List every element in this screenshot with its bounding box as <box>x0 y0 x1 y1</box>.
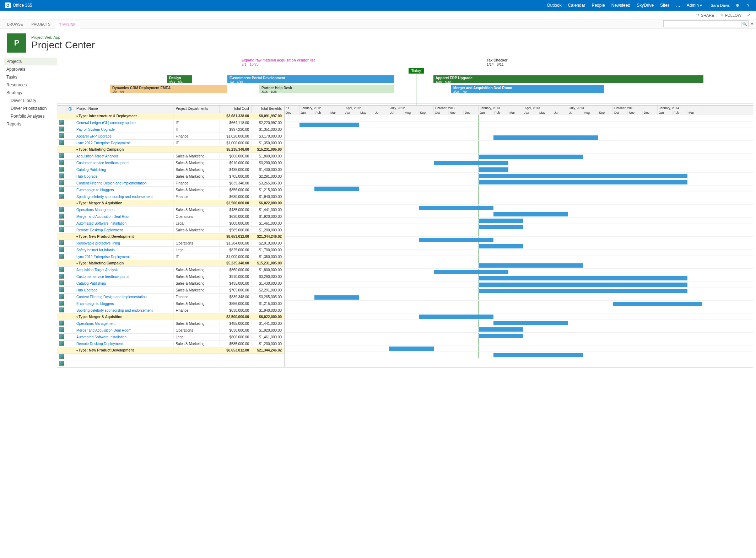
gantt-bar[interactable] <box>479 327 523 332</box>
table-row[interactable]: Merger and Acquisition Deal RoomOperatio… <box>57 213 284 220</box>
table-row[interactable]: Remote Desktop DeploymentSales & Marketi… <box>57 227 284 234</box>
table-row[interactable]: Operations ManagementSales & Marketing$4… <box>57 320 284 327</box>
ribbon-tab[interactable]: BROWSE <box>3 21 27 28</box>
table-row[interactable]: Sporting celebrity sponsorship and endor… <box>57 307 284 314</box>
gantt-bar[interactable] <box>479 180 687 184</box>
project-link[interactable]: Content Filtering Design and Implementat… <box>76 295 147 299</box>
gantt-bar[interactable] <box>493 135 598 140</box>
project-link[interactable]: Catalog Publishing <box>76 168 106 172</box>
col-total-cost[interactable]: Total Cost <box>220 106 252 113</box>
gantt-bar[interactable] <box>479 219 523 223</box>
gantt-bar[interactable] <box>493 321 568 325</box>
group-row[interactable]: Type: Merger & Aquisition$2,500,000.00$6… <box>57 200 284 206</box>
gantt-bar[interactable] <box>613 302 702 306</box>
table-row[interactable]: Acquisition Target AnalysisSales & Marke… <box>57 153 284 160</box>
gantt-bar[interactable] <box>314 187 359 191</box>
gantt-bar[interactable] <box>479 244 523 248</box>
gantt-bar[interactable] <box>479 276 687 280</box>
brand[interactable]: O Office 365 <box>5 2 32 8</box>
suite-nav-item[interactable]: Sites <box>660 3 670 8</box>
project-link[interactable]: Sporting celebrity sponsorship and endor… <box>76 308 153 312</box>
nav-item[interactable]: Driver Prioritization <box>4 104 57 112</box>
help-icon[interactable]: ? <box>745 2 751 8</box>
nav-item[interactable]: Approvals <box>4 65 57 73</box>
gantt-bar[interactable] <box>479 225 523 229</box>
project-link[interactable]: Catalog Publishing <box>76 281 106 285</box>
project-link[interactable]: Automated Software Installation <box>76 335 126 339</box>
table-row[interactable]: Catalog PublishingSales & Marketing$435,… <box>57 280 284 287</box>
gantt-bar[interactable] <box>419 238 493 242</box>
gantt-bar[interactable] <box>434 161 508 165</box>
table-row[interactable]: Catalog PublishingSales & Marketing$435,… <box>57 166 284 173</box>
breadcrumb[interactable]: Project Web App <box>31 35 95 39</box>
table-row[interactable]: Customer service feedback portalSales & … <box>57 160 284 166</box>
timeline-bar[interactable]: Merger and Acquisition Deal Room2/28 - 7… <box>451 85 604 93</box>
table-row[interactable]: General Ledger (GL) currency updateIT$66… <box>57 119 284 126</box>
share-button[interactable]: ↷ SHARE <box>696 13 714 17</box>
user-name[interactable]: Sara Davis <box>711 3 730 7</box>
suite-nav-item[interactable]: SkyDrive <box>637 3 654 8</box>
project-link[interactable]: Safety helmet for infants <box>76 248 115 252</box>
gantt-chart[interactable]: 11January, 2012April, 2012July, 2012Octo… <box>285 106 753 367</box>
project-link[interactable]: Lync 2012 Enterprise Deployment <box>76 141 130 145</box>
project-link[interactable]: Content Filtering Design and Implementat… <box>76 181 147 185</box>
project-link[interactable]: Remote Desktop Deployment <box>76 342 123 346</box>
search-input[interactable] <box>663 20 741 27</box>
nav-item[interactable]: Driver Library <box>4 97 57 104</box>
table-row[interactable]: Hub UpgradeSales & Marketing$705,000.00$… <box>57 287 284 294</box>
timeline-bar[interactable]: E-commerce Portal Development7/2 - 1/16 <box>227 75 394 83</box>
project-link[interactable]: Customer service feedback portal <box>76 161 129 165</box>
table-row[interactable]: Hub UpgradeSales & Marketing$705,000.00$… <box>57 173 284 180</box>
table-row[interactable]: Apparel ERP UpgradeFinance$1,020,000.00$… <box>57 133 284 140</box>
search-icon[interactable]: 🔍 <box>741 20 749 27</box>
project-link[interactable]: Merger and Acquisition Deal Room <box>76 215 131 219</box>
suite-nav-item[interactable]: Calendar <box>568 3 585 8</box>
gantt-bar[interactable] <box>479 263 583 268</box>
timeline-callout[interactable]: Expand raw material acquisition vendor l… <box>242 58 315 67</box>
nav-item[interactable]: Portfolio Analyses <box>4 112 57 120</box>
project-link[interactable]: E-campaign to bloggers <box>76 302 114 306</box>
gantt-bar[interactable] <box>419 315 493 319</box>
project-link[interactable]: Hub Upgrade <box>76 288 97 292</box>
nav-item[interactable]: Reports <box>4 120 57 128</box>
ribbon-tab[interactable]: TIMELINE <box>55 21 80 28</box>
suite-nav-item[interactable]: People <box>592 3 605 8</box>
project-link[interactable]: E-campaign to bloggers <box>76 188 114 192</box>
table-row[interactable]: Merger and Acquisition Deal RoomOperatio… <box>57 327 284 334</box>
project-link[interactable]: Customer service feedback portal <box>76 275 129 279</box>
table-row[interactable]: Automated Software InstallationLegal$800… <box>57 334 284 340</box>
project-link[interactable]: General Ledger (GL) currency update <box>76 121 136 125</box>
col-info-icon[interactable]: ⓘ <box>66 106 74 113</box>
project-link[interactable]: Merger and Acquisition Deal Room <box>76 328 131 332</box>
table-row[interactable]: Content Filtering Design and Implementat… <box>57 180 284 187</box>
gantt-bar[interactable] <box>479 174 687 178</box>
col-departments[interactable]: Project Departments <box>173 106 220 113</box>
nav-item[interactable]: Strategy <box>4 89 57 97</box>
project-link[interactable]: Hub Upgrade <box>76 175 97 178</box>
group-row[interactable]: Type: Marketing Campaign$5,235,348.00$15… <box>57 260 284 267</box>
project-link[interactable]: Operations Management <box>76 208 115 212</box>
table-row[interactable]: Payroll System UpgradeIT$997,220.00$1,35… <box>57 126 284 133</box>
focus-icon[interactable]: ⤢ <box>747 13 750 17</box>
suite-nav-item[interactable]: Admin ▾ <box>687 3 702 8</box>
follow-button[interactable]: ☆ FOLLOW <box>720 13 741 17</box>
table-row[interactable]: Removable protective liningOperations$1,… <box>57 240 284 247</box>
table-row[interactable] <box>57 354 284 360</box>
timeline-bar[interactable]: Dynamics CRM Deployment EMEA1/9 - 7/6 <box>110 85 227 93</box>
timeline-strip[interactable]: Today Expand raw material acquisition ve… <box>57 58 753 104</box>
project-link[interactable]: Removable protective lining <box>76 241 120 245</box>
table-row[interactable]: Lync 2012 Enterprise DeploymentIT$1,000,… <box>57 140 284 146</box>
gantt-bar[interactable] <box>479 289 687 293</box>
dropdown-icon[interactable]: ▾ <box>751 22 753 26</box>
table-row[interactable]: Content Filtering Design and Implementat… <box>57 294 284 300</box>
group-row[interactable]: Type: Merger & Aquisition$2,500,000.00$6… <box>57 314 284 320</box>
project-link[interactable]: Lync 2012 Enterprise Deployment <box>76 255 130 259</box>
project-link[interactable]: Operations Management <box>76 322 115 326</box>
table-row[interactable]: E-campaign to bloggersSales & Marketing$… <box>57 300 284 307</box>
group-row[interactable]: Type: Marketing Campaign$5,235,348.00$15… <box>57 146 284 153</box>
timeline-callout[interactable]: Tax Checker1/14 - 6/11 <box>487 58 508 67</box>
project-link[interactable]: Remote Desktop Deployment <box>76 228 123 232</box>
table-row[interactable]: Remote Desktop DeploymentSales & Marketi… <box>57 340 284 347</box>
ribbon-tab[interactable]: PROJECTS <box>27 21 54 28</box>
gear-icon[interactable]: ⚙ <box>735 2 740 8</box>
